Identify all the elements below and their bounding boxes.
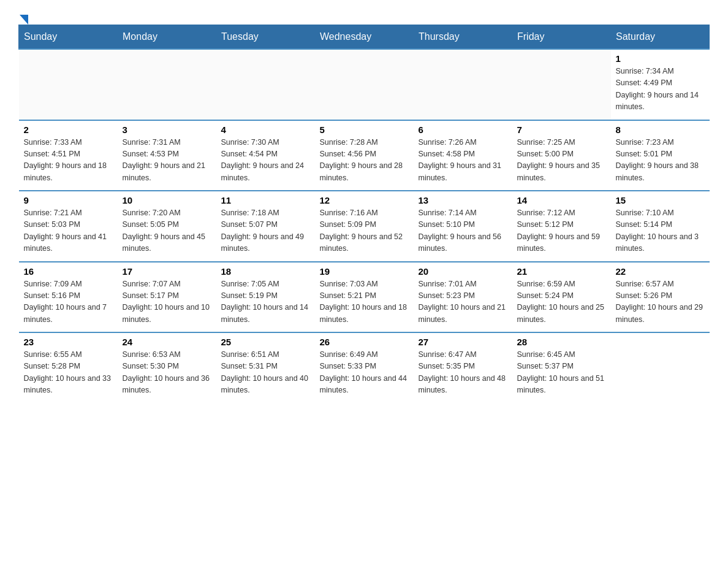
calendar-cell: 25Sunrise: 6:51 AMSunset: 5:31 PMDayligh… bbox=[216, 332, 315, 403]
calendar-cell: 4Sunrise: 7:30 AMSunset: 4:54 PMDaylight… bbox=[216, 120, 315, 191]
day-info: Sunrise: 7:33 AMSunset: 4:51 PMDaylight:… bbox=[24, 137, 113, 185]
day-info: Sunrise: 7:20 AMSunset: 5:05 PMDaylight:… bbox=[123, 207, 211, 255]
calendar-cell bbox=[118, 49, 216, 120]
day-info: Sunrise: 6:53 AMSunset: 5:30 PMDaylight:… bbox=[123, 349, 211, 397]
day-info: Sunrise: 7:07 AMSunset: 5:17 PMDaylight:… bbox=[123, 278, 211, 326]
calendar-cell: 15Sunrise: 7:10 AMSunset: 5:14 PMDayligh… bbox=[611, 191, 710, 262]
day-info: Sunrise: 6:51 AMSunset: 5:31 PMDaylight:… bbox=[221, 349, 310, 397]
calendar-cell: 27Sunrise: 6:47 AMSunset: 5:35 PMDayligh… bbox=[414, 332, 512, 403]
calendar-cell: 13Sunrise: 7:14 AMSunset: 5:10 PMDayligh… bbox=[414, 191, 512, 262]
day-number: 12 bbox=[320, 195, 409, 205]
day-number: 17 bbox=[123, 266, 211, 277]
day-info: Sunrise: 7:30 AMSunset: 4:54 PMDaylight:… bbox=[221, 137, 310, 185]
day-info: Sunrise: 6:47 AMSunset: 5:35 PMDaylight:… bbox=[419, 349, 507, 397]
day-info: Sunrise: 7:21 AMSunset: 5:03 PMDaylight:… bbox=[24, 207, 113, 255]
day-number: 18 bbox=[221, 266, 310, 277]
calendar-cell: 22Sunrise: 6:57 AMSunset: 5:26 PMDayligh… bbox=[611, 262, 710, 333]
day-number: 27 bbox=[419, 337, 507, 347]
calendar-header: SundayMondayTuesdayWednesdayThursdayFrid… bbox=[19, 25, 710, 50]
day-info: Sunrise: 7:03 AMSunset: 5:21 PMDaylight:… bbox=[320, 278, 409, 326]
day-info: Sunrise: 7:25 AMSunset: 5:00 PMDaylight:… bbox=[517, 137, 606, 185]
calendar-cell bbox=[216, 49, 315, 120]
calendar-cell: 28Sunrise: 6:45 AMSunset: 5:37 PMDayligh… bbox=[512, 332, 611, 403]
calendar-cell bbox=[315, 49, 414, 120]
day-info: Sunrise: 7:01 AMSunset: 5:23 PMDaylight:… bbox=[419, 278, 507, 326]
day-number: 9 bbox=[24, 195, 113, 205]
day-info: Sunrise: 7:14 AMSunset: 5:10 PMDaylight:… bbox=[419, 207, 507, 255]
calendar-cell: 7Sunrise: 7:25 AMSunset: 5:00 PMDaylight… bbox=[512, 120, 611, 191]
day-number: 8 bbox=[616, 124, 705, 135]
day-info: Sunrise: 7:23 AMSunset: 5:01 PMDaylight:… bbox=[616, 137, 705, 185]
weekday-header-wednesday: Wednesday bbox=[315, 25, 414, 50]
calendar-cell bbox=[19, 49, 118, 120]
calendar-cell: 6Sunrise: 7:26 AMSunset: 4:58 PMDaylight… bbox=[414, 120, 512, 191]
weekday-header-tuesday: Tuesday bbox=[216, 25, 315, 50]
day-number: 25 bbox=[221, 337, 310, 347]
calendar-cell: 21Sunrise: 6:59 AMSunset: 5:24 PMDayligh… bbox=[512, 262, 611, 333]
day-number: 21 bbox=[517, 266, 606, 277]
calendar-cell: 23Sunrise: 6:55 AMSunset: 5:28 PMDayligh… bbox=[19, 332, 118, 403]
calendar-cell: 8Sunrise: 7:23 AMSunset: 5:01 PMDaylight… bbox=[611, 120, 710, 191]
weekday-header-thursday: Thursday bbox=[414, 25, 512, 50]
day-info: Sunrise: 7:28 AMSunset: 4:56 PMDaylight:… bbox=[320, 137, 409, 185]
calendar-cell: 5Sunrise: 7:28 AMSunset: 4:56 PMDaylight… bbox=[315, 120, 414, 191]
day-info: Sunrise: 6:59 AMSunset: 5:24 PMDaylight:… bbox=[517, 278, 606, 326]
calendar-cell: 20Sunrise: 7:01 AMSunset: 5:23 PMDayligh… bbox=[414, 262, 512, 333]
day-info: Sunrise: 6:45 AMSunset: 5:37 PMDaylight:… bbox=[517, 349, 606, 397]
day-info: Sunrise: 6:49 AMSunset: 5:33 PMDaylight:… bbox=[320, 349, 409, 397]
calendar-cell: 3Sunrise: 7:31 AMSunset: 4:53 PMDaylight… bbox=[118, 120, 216, 191]
day-number: 6 bbox=[419, 124, 507, 135]
day-info: Sunrise: 6:55 AMSunset: 5:28 PMDaylight:… bbox=[24, 349, 113, 397]
calendar-cell: 14Sunrise: 7:12 AMSunset: 5:12 PMDayligh… bbox=[512, 191, 611, 262]
calendar-cell: 12Sunrise: 7:16 AMSunset: 5:09 PMDayligh… bbox=[315, 191, 414, 262]
logo-triangle-icon bbox=[20, 15, 28, 25]
calendar-table: SundayMondayTuesdayWednesdayThursdayFrid… bbox=[18, 25, 710, 403]
day-info: Sunrise: 7:34 AMSunset: 4:49 PMDaylight:… bbox=[616, 66, 705, 113]
day-number: 3 bbox=[123, 124, 211, 135]
day-number: 22 bbox=[616, 266, 705, 277]
day-number: 23 bbox=[24, 337, 113, 347]
day-info: Sunrise: 6:57 AMSunset: 5:26 PMDaylight:… bbox=[616, 278, 705, 326]
calendar-cell: 10Sunrise: 7:20 AMSunset: 5:05 PMDayligh… bbox=[118, 191, 216, 262]
weekday-header-friday: Friday bbox=[512, 25, 611, 50]
calendar-cell: 11Sunrise: 7:18 AMSunset: 5:07 PMDayligh… bbox=[216, 191, 315, 262]
weekday-header-monday: Monday bbox=[118, 25, 216, 50]
day-info: Sunrise: 7:31 AMSunset: 4:53 PMDaylight:… bbox=[123, 137, 211, 185]
day-number: 10 bbox=[123, 195, 211, 205]
weekday-header-sunday: Sunday bbox=[19, 25, 118, 50]
day-number: 1 bbox=[616, 53, 705, 64]
day-number: 13 bbox=[419, 195, 507, 205]
calendar-cell: 9Sunrise: 7:21 AMSunset: 5:03 PMDaylight… bbox=[19, 191, 118, 262]
day-number: 7 bbox=[517, 124, 606, 135]
day-number: 20 bbox=[419, 266, 507, 277]
day-info: Sunrise: 7:16 AMSunset: 5:09 PMDaylight:… bbox=[320, 207, 409, 255]
calendar-cell: 26Sunrise: 6:49 AMSunset: 5:33 PMDayligh… bbox=[315, 332, 414, 403]
calendar-cell bbox=[611, 332, 710, 403]
calendar-cell: 16Sunrise: 7:09 AMSunset: 5:16 PMDayligh… bbox=[19, 262, 118, 333]
calendar-cell: 1Sunrise: 7:34 AMSunset: 4:49 PMDaylight… bbox=[611, 49, 710, 120]
logo bbox=[18, 12, 28, 18]
day-number: 19 bbox=[320, 266, 409, 277]
day-info: Sunrise: 7:09 AMSunset: 5:16 PMDaylight:… bbox=[24, 278, 113, 326]
day-info: Sunrise: 7:26 AMSunset: 4:58 PMDaylight:… bbox=[419, 137, 507, 185]
day-info: Sunrise: 7:05 AMSunset: 5:19 PMDaylight:… bbox=[221, 278, 310, 326]
page-header bbox=[18, 12, 710, 18]
calendar-cell bbox=[512, 49, 611, 120]
day-number: 28 bbox=[517, 337, 606, 347]
day-number: 26 bbox=[320, 337, 409, 347]
day-number: 24 bbox=[123, 337, 211, 347]
day-number: 16 bbox=[24, 266, 113, 277]
day-number: 4 bbox=[221, 124, 310, 135]
calendar-cell: 24Sunrise: 6:53 AMSunset: 5:30 PMDayligh… bbox=[118, 332, 216, 403]
calendar-cell: 2Sunrise: 7:33 AMSunset: 4:51 PMDaylight… bbox=[19, 120, 118, 191]
day-info: Sunrise: 7:18 AMSunset: 5:07 PMDaylight:… bbox=[221, 207, 310, 255]
calendar-cell: 19Sunrise: 7:03 AMSunset: 5:21 PMDayligh… bbox=[315, 262, 414, 333]
day-number: 5 bbox=[320, 124, 409, 135]
calendar-cell: 17Sunrise: 7:07 AMSunset: 5:17 PMDayligh… bbox=[118, 262, 216, 333]
calendar-cell: 18Sunrise: 7:05 AMSunset: 5:19 PMDayligh… bbox=[216, 262, 315, 333]
day-info: Sunrise: 7:12 AMSunset: 5:12 PMDaylight:… bbox=[517, 207, 606, 255]
day-number: 14 bbox=[517, 195, 606, 205]
calendar-cell bbox=[414, 49, 512, 120]
day-info: Sunrise: 7:10 AMSunset: 5:14 PMDaylight:… bbox=[616, 207, 705, 255]
weekday-header-saturday: Saturday bbox=[611, 25, 710, 50]
